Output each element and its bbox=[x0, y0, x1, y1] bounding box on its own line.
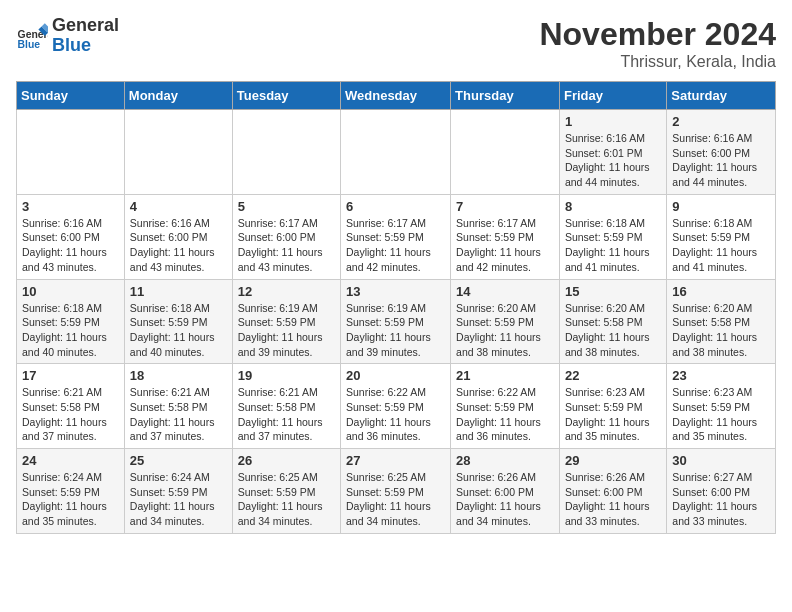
day-number: 6 bbox=[346, 199, 445, 214]
logo-text: General Blue bbox=[52, 16, 119, 56]
day-info: Sunrise: 6:23 AM Sunset: 5:59 PM Dayligh… bbox=[565, 385, 661, 444]
day-number: 14 bbox=[456, 284, 554, 299]
day-info: Sunrise: 6:22 AM Sunset: 5:59 PM Dayligh… bbox=[346, 385, 445, 444]
calendar-cell: 29Sunrise: 6:26 AM Sunset: 6:00 PM Dayli… bbox=[559, 449, 666, 534]
day-number: 25 bbox=[130, 453, 227, 468]
day-number: 4 bbox=[130, 199, 227, 214]
day-info: Sunrise: 6:16 AM Sunset: 6:00 PM Dayligh… bbox=[672, 131, 770, 190]
calendar-cell: 1Sunrise: 6:16 AM Sunset: 6:01 PM Daylig… bbox=[559, 110, 666, 195]
day-number: 15 bbox=[565, 284, 661, 299]
day-number: 2 bbox=[672, 114, 770, 129]
day-number: 28 bbox=[456, 453, 554, 468]
weekday-header-sunday: Sunday bbox=[17, 82, 125, 110]
calendar-cell: 27Sunrise: 6:25 AM Sunset: 5:59 PM Dayli… bbox=[341, 449, 451, 534]
day-number: 11 bbox=[130, 284, 227, 299]
day-number: 7 bbox=[456, 199, 554, 214]
logo-blue: Blue bbox=[52, 35, 91, 55]
calendar-cell: 16Sunrise: 6:20 AM Sunset: 5:58 PM Dayli… bbox=[667, 279, 776, 364]
calendar-cell: 3Sunrise: 6:16 AM Sunset: 6:00 PM Daylig… bbox=[17, 194, 125, 279]
day-number: 13 bbox=[346, 284, 445, 299]
calendar-cell: 14Sunrise: 6:20 AM Sunset: 5:59 PM Dayli… bbox=[451, 279, 560, 364]
calendar-table: SundayMondayTuesdayWednesdayThursdayFrid… bbox=[16, 81, 776, 534]
day-number: 10 bbox=[22, 284, 119, 299]
calendar-cell: 17Sunrise: 6:21 AM Sunset: 5:58 PM Dayli… bbox=[17, 364, 125, 449]
day-info: Sunrise: 6:20 AM Sunset: 5:58 PM Dayligh… bbox=[565, 301, 661, 360]
title-block: November 2024 Thrissur, Kerala, India bbox=[539, 16, 776, 71]
day-number: 23 bbox=[672, 368, 770, 383]
day-number: 27 bbox=[346, 453, 445, 468]
calendar-cell: 26Sunrise: 6:25 AM Sunset: 5:59 PM Dayli… bbox=[232, 449, 340, 534]
week-row-5: 24Sunrise: 6:24 AM Sunset: 5:59 PM Dayli… bbox=[17, 449, 776, 534]
calendar-cell: 25Sunrise: 6:24 AM Sunset: 5:59 PM Dayli… bbox=[124, 449, 232, 534]
day-info: Sunrise: 6:18 AM Sunset: 5:59 PM Dayligh… bbox=[672, 216, 770, 275]
day-number: 5 bbox=[238, 199, 335, 214]
location: Thrissur, Kerala, India bbox=[539, 53, 776, 71]
day-info: Sunrise: 6:17 AM Sunset: 6:00 PM Dayligh… bbox=[238, 216, 335, 275]
calendar-cell: 30Sunrise: 6:27 AM Sunset: 6:00 PM Dayli… bbox=[667, 449, 776, 534]
calendar-cell: 21Sunrise: 6:22 AM Sunset: 5:59 PM Dayli… bbox=[451, 364, 560, 449]
day-info: Sunrise: 6:21 AM Sunset: 5:58 PM Dayligh… bbox=[22, 385, 119, 444]
day-info: Sunrise: 6:26 AM Sunset: 6:00 PM Dayligh… bbox=[565, 470, 661, 529]
day-number: 21 bbox=[456, 368, 554, 383]
day-number: 26 bbox=[238, 453, 335, 468]
weekday-header-wednesday: Wednesday bbox=[341, 82, 451, 110]
svg-text:Blue: Blue bbox=[18, 39, 41, 50]
day-info: Sunrise: 6:23 AM Sunset: 5:59 PM Dayligh… bbox=[672, 385, 770, 444]
day-info: Sunrise: 6:19 AM Sunset: 5:59 PM Dayligh… bbox=[238, 301, 335, 360]
day-info: Sunrise: 6:17 AM Sunset: 5:59 PM Dayligh… bbox=[456, 216, 554, 275]
calendar-cell: 9Sunrise: 6:18 AM Sunset: 5:59 PM Daylig… bbox=[667, 194, 776, 279]
day-info: Sunrise: 6:25 AM Sunset: 5:59 PM Dayligh… bbox=[238, 470, 335, 529]
day-number: 8 bbox=[565, 199, 661, 214]
day-number: 20 bbox=[346, 368, 445, 383]
calendar-cell: 19Sunrise: 6:21 AM Sunset: 5:58 PM Dayli… bbox=[232, 364, 340, 449]
week-row-4: 17Sunrise: 6:21 AM Sunset: 5:58 PM Dayli… bbox=[17, 364, 776, 449]
day-number: 3 bbox=[22, 199, 119, 214]
day-number: 29 bbox=[565, 453, 661, 468]
calendar-cell: 7Sunrise: 6:17 AM Sunset: 5:59 PM Daylig… bbox=[451, 194, 560, 279]
calendar-cell: 6Sunrise: 6:17 AM Sunset: 5:59 PM Daylig… bbox=[341, 194, 451, 279]
day-number: 1 bbox=[565, 114, 661, 129]
logo-general: General bbox=[52, 15, 119, 35]
day-info: Sunrise: 6:25 AM Sunset: 5:59 PM Dayligh… bbox=[346, 470, 445, 529]
day-info: Sunrise: 6:18 AM Sunset: 5:59 PM Dayligh… bbox=[565, 216, 661, 275]
day-number: 16 bbox=[672, 284, 770, 299]
day-number: 18 bbox=[130, 368, 227, 383]
day-info: Sunrise: 6:21 AM Sunset: 5:58 PM Dayligh… bbox=[130, 385, 227, 444]
day-number: 24 bbox=[22, 453, 119, 468]
weekday-header-row: SundayMondayTuesdayWednesdayThursdayFrid… bbox=[17, 82, 776, 110]
calendar-cell: 4Sunrise: 6:16 AM Sunset: 6:00 PM Daylig… bbox=[124, 194, 232, 279]
calendar-cell: 8Sunrise: 6:18 AM Sunset: 5:59 PM Daylig… bbox=[559, 194, 666, 279]
calendar-cell: 20Sunrise: 6:22 AM Sunset: 5:59 PM Dayli… bbox=[341, 364, 451, 449]
day-info: Sunrise: 6:20 AM Sunset: 5:58 PM Dayligh… bbox=[672, 301, 770, 360]
day-info: Sunrise: 6:21 AM Sunset: 5:58 PM Dayligh… bbox=[238, 385, 335, 444]
logo-icon: General Blue bbox=[16, 20, 48, 52]
calendar-cell: 13Sunrise: 6:19 AM Sunset: 5:59 PM Dayli… bbox=[341, 279, 451, 364]
logo: General Blue General Blue bbox=[16, 16, 119, 56]
week-row-1: 1Sunrise: 6:16 AM Sunset: 6:01 PM Daylig… bbox=[17, 110, 776, 195]
day-info: Sunrise: 6:24 AM Sunset: 5:59 PM Dayligh… bbox=[130, 470, 227, 529]
weekday-header-tuesday: Tuesday bbox=[232, 82, 340, 110]
calendar-cell: 2Sunrise: 6:16 AM Sunset: 6:00 PM Daylig… bbox=[667, 110, 776, 195]
day-number: 12 bbox=[238, 284, 335, 299]
day-info: Sunrise: 6:16 AM Sunset: 6:00 PM Dayligh… bbox=[22, 216, 119, 275]
day-info: Sunrise: 6:18 AM Sunset: 5:59 PM Dayligh… bbox=[22, 301, 119, 360]
calendar-cell: 22Sunrise: 6:23 AM Sunset: 5:59 PM Dayli… bbox=[559, 364, 666, 449]
calendar-cell: 10Sunrise: 6:18 AM Sunset: 5:59 PM Dayli… bbox=[17, 279, 125, 364]
day-number: 30 bbox=[672, 453, 770, 468]
day-number: 22 bbox=[565, 368, 661, 383]
day-number: 9 bbox=[672, 199, 770, 214]
day-info: Sunrise: 6:20 AM Sunset: 5:59 PM Dayligh… bbox=[456, 301, 554, 360]
calendar-cell: 24Sunrise: 6:24 AM Sunset: 5:59 PM Dayli… bbox=[17, 449, 125, 534]
day-info: Sunrise: 6:24 AM Sunset: 5:59 PM Dayligh… bbox=[22, 470, 119, 529]
calendar-cell bbox=[17, 110, 125, 195]
weekday-header-saturday: Saturday bbox=[667, 82, 776, 110]
day-number: 17 bbox=[22, 368, 119, 383]
month-title: November 2024 bbox=[539, 16, 776, 53]
day-info: Sunrise: 6:18 AM Sunset: 5:59 PM Dayligh… bbox=[130, 301, 227, 360]
calendar-cell: 12Sunrise: 6:19 AM Sunset: 5:59 PM Dayli… bbox=[232, 279, 340, 364]
weekday-header-monday: Monday bbox=[124, 82, 232, 110]
calendar-cell: 28Sunrise: 6:26 AM Sunset: 6:00 PM Dayli… bbox=[451, 449, 560, 534]
day-info: Sunrise: 6:27 AM Sunset: 6:00 PM Dayligh… bbox=[672, 470, 770, 529]
calendar-cell: 11Sunrise: 6:18 AM Sunset: 5:59 PM Dayli… bbox=[124, 279, 232, 364]
page-header: General Blue General Blue November 2024 … bbox=[16, 16, 776, 71]
